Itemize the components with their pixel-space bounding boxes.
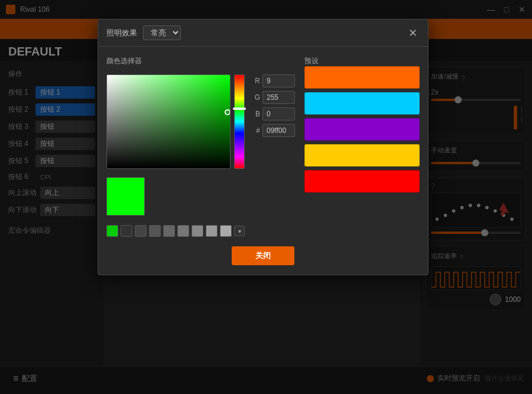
swatch-9[interactable] [220, 225, 232, 237]
effect-label: 照明效果 [106, 28, 137, 38]
b-label: B [252, 110, 260, 118]
preset-purple[interactable] [304, 118, 420, 141]
color-rgb-inputs: R G B # [252, 74, 295, 169]
dialog-header: 照明效果 常亮 常亮 ✕ [98, 19, 428, 47]
swatches-row: ▾ [106, 225, 295, 237]
r-label: R [252, 77, 260, 85]
color-picker-area: R G B # [106, 74, 295, 169]
swatch-6[interactable] [177, 225, 189, 237]
preset-red[interactable] [304, 170, 420, 193]
hex-row: # [252, 124, 295, 137]
dialog-close-button[interactable]: 关闭 [232, 246, 294, 265]
hex-input[interactable] [262, 124, 295, 137]
presets-label: 预设 [304, 57, 319, 65]
b-row: B [252, 108, 295, 121]
preset-cyan[interactable] [304, 92, 420, 115]
color-presets-section: 预设 [304, 56, 420, 237]
hue-cursor [233, 108, 246, 110]
color-picker-label: 颜色选择器 [106, 56, 295, 66]
color-cursor [225, 109, 231, 115]
color-gradient-box[interactable] [106, 74, 231, 169]
preset-orange[interactable] [304, 66, 420, 89]
swatch-5[interactable] [163, 225, 175, 237]
dialog-body: 颜色选择器 R [98, 47, 428, 243]
swatch-7[interactable] [192, 225, 203, 237]
swatch-8[interactable] [206, 225, 218, 237]
gradient-overlay [107, 75, 230, 168]
swatch-2[interactable] [121, 225, 132, 237]
effect-select[interactable]: 常亮 [143, 25, 181, 40]
preset-yellow[interactable] [304, 144, 420, 167]
g-label: G [252, 93, 260, 102]
dialog-close-icon[interactable]: ✕ [406, 26, 420, 40]
color-hue-bar[interactable] [234, 74, 245, 169]
color-dialog: 照明效果 常亮 常亮 ✕ 颜色选择器 [98, 19, 429, 275]
swatch-4[interactable] [149, 225, 161, 237]
hex-label: # [252, 126, 260, 135]
swatch-dropdown[interactable]: ▾ [234, 226, 245, 236]
r-row: R [252, 74, 295, 87]
color-preview-box [106, 177, 145, 216]
swatch-3[interactable] [135, 225, 147, 237]
swatch-green[interactable] [106, 225, 118, 237]
g-row: G [252, 91, 295, 104]
dialog-footer: 关闭 [98, 243, 428, 265]
color-picker-left: 颜色选择器 R [106, 56, 295, 237]
g-input[interactable] [262, 91, 295, 104]
b-input[interactable] [262, 108, 295, 121]
r-input[interactable] [262, 74, 295, 87]
